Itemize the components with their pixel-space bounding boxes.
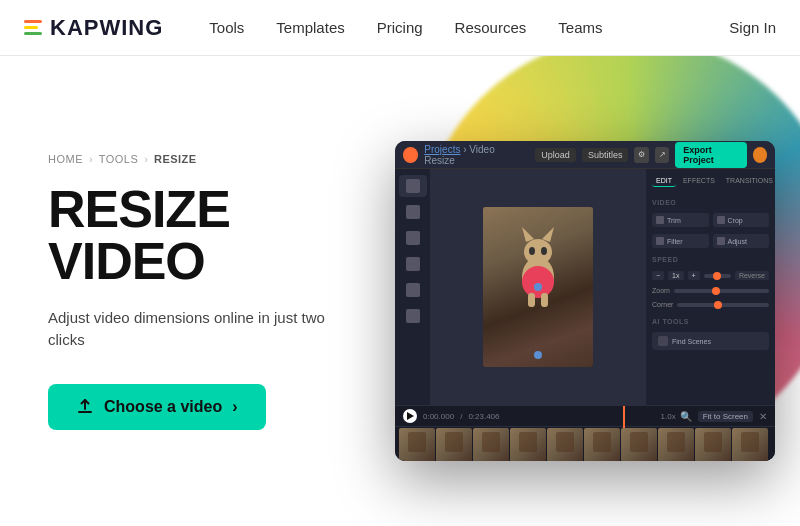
close-icon[interactable]: ✕ <box>759 411 767 422</box>
nav-tools[interactable]: Tools <box>195 13 258 42</box>
editor-mockup: Projects › Video Resize Upload Subtitles… <box>395 141 775 461</box>
tab-edit[interactable]: EDIT <box>652 175 676 187</box>
sidebar-elements-tool[interactable] <box>399 305 427 327</box>
sidebar-video-tool[interactable] <box>399 253 427 275</box>
time-total: 0:23.406 <box>468 412 499 421</box>
zoom-label: Zoom <box>652 287 670 294</box>
canvas-handle-bottom[interactable] <box>534 351 542 359</box>
play-button[interactable] <box>403 409 417 423</box>
nav-links: Tools Templates Pricing Resources Teams <box>195 13 729 42</box>
media-icon <box>406 179 420 193</box>
filmstrip <box>395 427 775 461</box>
trim-label: Trim <box>667 217 681 224</box>
film-frame <box>584 428 620 461</box>
zoom-row: Zoom <box>652 287 769 294</box>
trim-icon <box>656 216 664 224</box>
project-icon <box>403 147 418 163</box>
breadcrumb-tools[interactable]: TOOLS <box>99 153 139 165</box>
film-frame <box>547 428 583 461</box>
editor-timeline: 0:00.000 / 0:23.406 1.0x 🔍 Fit to Screen… <box>395 405 775 461</box>
sign-in-button[interactable]: Sign In <box>729 19 776 36</box>
find-scenes-icon <box>658 336 668 346</box>
nav-teams[interactable]: Teams <box>544 13 616 42</box>
hero-subtext: Adjust video dimensions online in just t… <box>48 307 328 352</box>
ai-section-title: AI TOOLS <box>652 318 769 325</box>
user-avatar <box>753 147 767 163</box>
breadcrumb-current: RESIZE <box>154 153 197 165</box>
filter-adjust-row: Filter Adjust <box>652 234 769 248</box>
sidebar-images-tool[interactable] <box>399 279 427 301</box>
text-icon <box>406 205 420 219</box>
projects-link[interactable]: Projects <box>424 144 460 155</box>
logo[interactable]: KAPWING <box>24 15 163 41</box>
main-content: HOME › TOOLS › RESIZE RESIZE VIDEO Adjus… <box>0 56 800 526</box>
right-panel: Projects › Video Resize Upload Subtitles… <box>380 56 800 526</box>
zoom-controls: 1.0x 🔍 <box>661 411 692 422</box>
share-icon[interactable]: ↗ <box>655 147 669 163</box>
topbar-actions: Upload Subtitles ⚙ ↗ Export Project <box>535 142 767 168</box>
adjust-button[interactable]: Adjust <box>713 234 770 248</box>
svg-rect-8 <box>528 293 535 307</box>
zoom-slider[interactable] <box>674 289 769 293</box>
upload-icon <box>76 398 94 416</box>
subtitles-icon <box>406 231 420 245</box>
svg-rect-0 <box>78 411 92 413</box>
tab-transitions[interactable]: TRANSITIONS <box>722 175 775 187</box>
svg-rect-9 <box>541 293 548 307</box>
speed-plus[interactable]: + <box>688 271 700 280</box>
crop-icon <box>717 216 725 224</box>
sidebar-media-tool[interactable] <box>399 175 427 197</box>
cat-silhouette <box>508 217 568 307</box>
film-frame <box>473 428 509 461</box>
speed-section-title: SPEED <box>652 256 769 263</box>
speed-minus[interactable]: − <box>652 271 664 280</box>
editor-topbar: Projects › Video Resize Upload Subtitles… <box>395 141 775 169</box>
adjust-label: Adjust <box>728 238 747 245</box>
nav-resources[interactable]: Resources <box>441 13 541 42</box>
corner-slider[interactable] <box>677 303 769 307</box>
filter-label: Filter <box>667 238 683 245</box>
reverse-button[interactable]: Reverse <box>735 271 769 280</box>
sidebar-text-tool[interactable] <box>399 201 427 223</box>
fit-to-screen-button[interactable]: Fit to Screen <box>698 411 753 422</box>
film-frame <box>436 428 472 461</box>
film-frame <box>732 428 768 461</box>
subtitles-button[interactable]: Subtitles <box>582 148 629 162</box>
zoom-out-icon[interactable]: 🔍 <box>680 411 692 422</box>
trim-button[interactable]: Trim <box>652 213 709 227</box>
nav-pricing[interactable]: Pricing <box>363 13 437 42</box>
editor-sidebar <box>395 169 431 405</box>
settings-icon[interactable]: ⚙ <box>634 147 648 163</box>
speed-row: − 1x + Reverse <box>652 271 769 280</box>
svg-marker-4 <box>542 227 554 242</box>
navbar: KAPWING Tools Templates Pricing Resource… <box>0 0 800 56</box>
crop-label: Crop <box>728 217 743 224</box>
tab-effects[interactable]: EFFECTS <box>679 175 719 187</box>
breadcrumb: HOME › TOOLS › RESIZE <box>48 153 340 165</box>
editor-canvas <box>431 169 645 405</box>
breadcrumb-sep-1: › <box>89 153 93 165</box>
canvas-handle-center[interactable] <box>534 283 542 291</box>
breadcrumb-home[interactable]: HOME <box>48 153 83 165</box>
speed-value: 1x <box>668 271 683 280</box>
cta-label: Choose a video <box>104 398 222 416</box>
crop-button[interactable]: Crop <box>713 213 770 227</box>
film-frame <box>695 428 731 461</box>
find-scenes-button[interactable]: Find Scenes <box>652 332 769 350</box>
speed-slider[interactable] <box>704 274 731 278</box>
sidebar-subtitles-tool[interactable] <box>399 227 427 249</box>
logo-text: KAPWING <box>50 15 163 41</box>
upload-button[interactable]: Upload <box>535 148 576 162</box>
svg-marker-3 <box>522 227 534 242</box>
export-button[interactable]: Export Project <box>675 142 746 168</box>
nav-templates[interactable]: Templates <box>262 13 358 42</box>
film-frame <box>510 428 546 461</box>
choose-video-button[interactable]: Choose a video › <box>48 384 266 430</box>
find-scenes-label: Find Scenes <box>672 338 711 345</box>
film-frame <box>658 428 694 461</box>
time-sep: / <box>460 412 462 421</box>
heading-line2: VIDEO <box>48 232 205 290</box>
filter-button[interactable]: Filter <box>652 234 709 248</box>
svg-point-6 <box>541 247 547 255</box>
editor-breadcrumb: Projects › Video Resize <box>424 144 523 166</box>
